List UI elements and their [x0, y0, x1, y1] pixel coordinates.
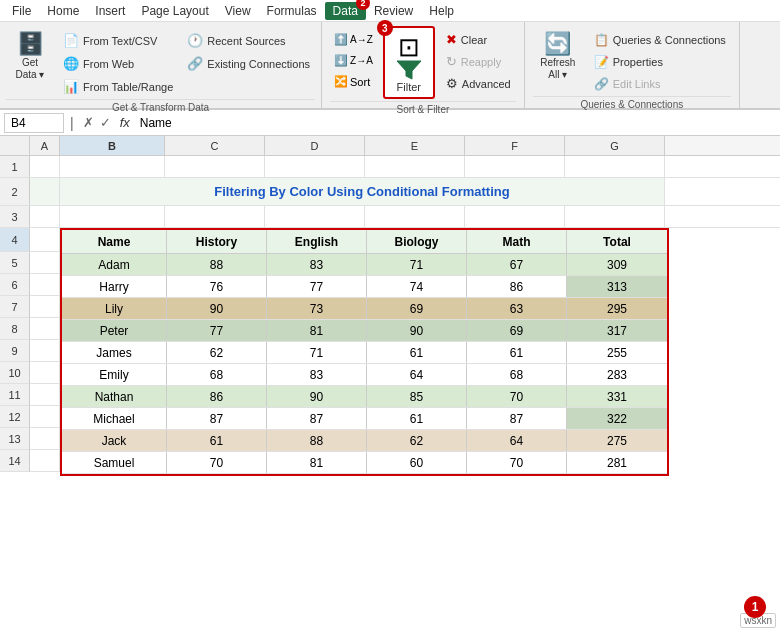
row-num-10[interactable]: 10 — [0, 362, 30, 384]
cell-d1[interactable] — [265, 156, 365, 177]
cell-b3[interactable] — [60, 206, 165, 227]
cell-english[interactable]: 73 — [267, 298, 367, 319]
formula-content[interactable]: Name — [136, 114, 776, 132]
cell-total[interactable]: 281 — [567, 452, 667, 473]
cell-a13[interactable] — [30, 428, 60, 450]
cell-total[interactable]: 275 — [567, 430, 667, 451]
row-num-13[interactable]: 13 — [0, 428, 30, 450]
cell-math[interactable]: 70 — [467, 386, 567, 407]
cell-a2[interactable] — [30, 178, 60, 205]
filter-button[interactable]: 3 ⊡ Filter — [383, 26, 435, 99]
row-num-6[interactable]: 6 — [0, 274, 30, 296]
menu-page-layout[interactable]: Page Layout — [133, 2, 216, 20]
cell-f3[interactable] — [465, 206, 565, 227]
cell-a11[interactable] — [30, 384, 60, 406]
existing-connections-button[interactable]: 🔗 Existing Connections — [182, 53, 315, 74]
col-header-g[interactable]: G — [565, 136, 665, 155]
cell-english[interactable]: 81 — [267, 320, 367, 341]
refresh-all-button[interactable]: 🔄 RefreshAll ▾ — [533, 26, 583, 86]
cell-a12[interactable] — [30, 406, 60, 428]
cell-total[interactable]: 309 — [567, 254, 667, 275]
cell-name[interactable]: James — [62, 342, 167, 363]
cell-history[interactable]: 70 — [167, 452, 267, 473]
cell-biology[interactable]: 60 — [367, 452, 467, 473]
menu-view[interactable]: View — [217, 2, 259, 20]
cell-math[interactable]: 87 — [467, 408, 567, 429]
row-num-2[interactable]: 2 — [0, 178, 30, 205]
cell-math[interactable]: 68 — [467, 364, 567, 385]
cell-e1[interactable] — [365, 156, 465, 177]
cell-english[interactable]: 71 — [267, 342, 367, 363]
col-header-d[interactable]: D — [265, 136, 365, 155]
cell-biology[interactable]: 61 — [367, 408, 467, 429]
row-num-14[interactable]: 14 — [0, 450, 30, 472]
cell-a9[interactable] — [30, 340, 60, 362]
cell-math[interactable]: 69 — [467, 320, 567, 341]
cell-math[interactable]: 86 — [467, 276, 567, 297]
cell-math[interactable]: 67 — [467, 254, 567, 275]
col-header-e[interactable]: E — [365, 136, 465, 155]
cell-a8[interactable] — [30, 318, 60, 340]
properties-button[interactable]: 📝 Properties — [589, 52, 731, 72]
row-num-5[interactable]: 5 — [0, 252, 30, 274]
row-num-12[interactable]: 12 — [0, 406, 30, 428]
cell-history[interactable]: 90 — [167, 298, 267, 319]
cell-name[interactable]: Lily — [62, 298, 167, 319]
cell-math[interactable]: 61 — [467, 342, 567, 363]
cell-a10[interactable] — [30, 362, 60, 384]
cell-a6[interactable] — [30, 274, 60, 296]
confirm-icon[interactable]: ✓ — [97, 115, 114, 130]
cell-biology[interactable]: 69 — [367, 298, 467, 319]
col-header-c[interactable]: C — [165, 136, 265, 155]
cell-a5[interactable] — [30, 252, 60, 274]
cell-g3[interactable] — [565, 206, 665, 227]
cell-total[interactable]: 331 — [567, 386, 667, 407]
cell-history[interactable]: 77 — [167, 320, 267, 341]
cell-total[interactable]: 322 — [567, 408, 667, 429]
cell-total[interactable]: 295 — [567, 298, 667, 319]
get-data-button[interactable]: 🗄️ GetData ▾ — [6, 26, 54, 97]
title-cell[interactable]: Filtering By Color Using Conditional For… — [60, 178, 665, 205]
cell-biology[interactable]: 64 — [367, 364, 467, 385]
cell-history[interactable]: 61 — [167, 430, 267, 451]
cell-history[interactable]: 88 — [167, 254, 267, 275]
cell-total[interactable]: 283 — [567, 364, 667, 385]
sort-button[interactable]: 🔀 Sort — [330, 72, 377, 91]
cell-math[interactable]: 63 — [467, 298, 567, 319]
cell-e3[interactable] — [365, 206, 465, 227]
cell-english[interactable]: 90 — [267, 386, 367, 407]
col-header-b[interactable]: B — [60, 136, 165, 155]
col-header-a[interactable]: A — [30, 136, 60, 155]
from-web-button[interactable]: 🌐 From Web — [58, 53, 178, 74]
cell-biology[interactable]: 61 — [367, 342, 467, 363]
cell-a3[interactable] — [30, 206, 60, 227]
row-num-9[interactable]: 9 — [0, 340, 30, 362]
cell-biology[interactable]: 74 — [367, 276, 467, 297]
queries-connections-button[interactable]: 📋 Queries & Connections — [589, 30, 731, 50]
cell-a4[interactable] — [30, 228, 60, 252]
cell-f1[interactable] — [465, 156, 565, 177]
cell-total[interactable]: 313 — [567, 276, 667, 297]
row-num-1[interactable]: 1 — [0, 156, 30, 177]
row-num-3[interactable]: 3 — [0, 206, 30, 227]
menu-file[interactable]: File — [4, 2, 39, 20]
row-num-4[interactable]: 4 — [0, 228, 30, 252]
menu-formulas[interactable]: Formulas — [259, 2, 325, 20]
cell-g1[interactable] — [565, 156, 665, 177]
menu-help[interactable]: Help — [421, 2, 462, 20]
cell-name[interactable]: Harry — [62, 276, 167, 297]
sort-az-button[interactable]: ⬆️A→Z — [330, 30, 377, 49]
cell-biology[interactable]: 90 — [367, 320, 467, 341]
from-table-range-button[interactable]: 📊 From Table/Range — [58, 76, 178, 97]
cell-history[interactable]: 87 — [167, 408, 267, 429]
cell-history[interactable]: 76 — [167, 276, 267, 297]
cell-english[interactable]: 81 — [267, 452, 367, 473]
cell-total[interactable]: 255 — [567, 342, 667, 363]
row-num-8[interactable]: 8 — [0, 318, 30, 340]
menu-home[interactable]: Home — [39, 2, 87, 20]
row-num-7[interactable]: 7 — [0, 296, 30, 318]
cell-a1[interactable] — [30, 156, 60, 177]
sort-za-button[interactable]: ⬇️Z→A — [330, 51, 377, 70]
cell-english[interactable]: 83 — [267, 254, 367, 275]
cell-biology[interactable]: 62 — [367, 430, 467, 451]
